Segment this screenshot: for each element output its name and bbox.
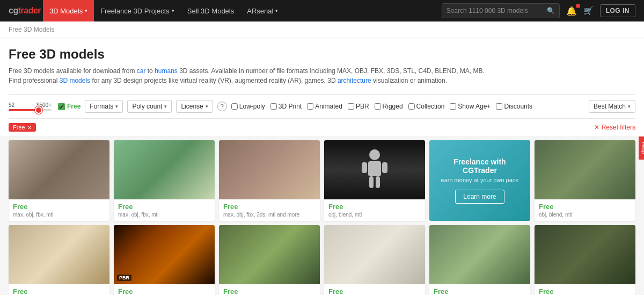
model-info-6: Free max, obj, fbx, mtl bbox=[9, 284, 109, 295]
model-info-11: Free max, obj, 3ds, mtl bbox=[535, 284, 635, 295]
model-card-6[interactable]: Free max, obj, fbx, mtl bbox=[9, 225, 109, 295]
model-card-10[interactable]: Free max, obj, fbx, mtl bbox=[429, 225, 530, 295]
model-card-11[interactable]: Free max, obj, 3ds, mtl bbox=[535, 225, 635, 295]
chevron-down-icon: ▾ bbox=[275, 8, 278, 13]
help-button[interactable]: ? bbox=[217, 102, 227, 111]
nav-label-sell: Sell 3D Models bbox=[187, 7, 234, 15]
free-filter-tag[interactable]: Free ✕ bbox=[9, 123, 36, 132]
formats-label: Formats bbox=[90, 103, 113, 110]
show-age-label: Show Age+ bbox=[458, 103, 491, 110]
3d-print-checkbox[interactable] bbox=[270, 103, 277, 110]
svg-point-0 bbox=[369, 149, 380, 160]
cart-icon[interactable]: 🛒 bbox=[583, 6, 594, 16]
formats-dropdown[interactable]: Formats ▾ bbox=[85, 100, 123, 113]
model-price-9: Free bbox=[328, 287, 421, 295]
price-slider[interactable] bbox=[9, 109, 52, 111]
notifications-icon[interactable]: 🔔 bbox=[566, 6, 577, 16]
link-3d-models[interactable]: 3D models bbox=[60, 77, 90, 84]
chevron-down-icon: ▾ bbox=[206, 104, 208, 109]
logo[interactable]: cgtrader bbox=[9, 6, 41, 16]
animated-filter[interactable]: Animated bbox=[307, 103, 342, 110]
license-dropdown[interactable]: License ▾ bbox=[176, 100, 213, 113]
banner-card[interactable]: Freelance with CGTrader earn money at yo… bbox=[429, 140, 530, 221]
reset-filters-button[interactable]: ✕ Reset filters bbox=[594, 124, 635, 131]
pbr-checkbox[interactable] bbox=[348, 103, 354, 110]
breadcrumb-text: Free 3D Models bbox=[9, 26, 54, 33]
model-card-7[interactable]: PBR Free obj, fbx, blend, tbscene, tbmat… bbox=[114, 225, 215, 295]
model-card-9[interactable]: Free obj, fbx, blend, mtl bbox=[324, 225, 425, 295]
svg-rect-2 bbox=[362, 162, 367, 173]
search-bar[interactable]: 🔍 bbox=[442, 3, 560, 18]
pbr-filter[interactable]: PBR bbox=[348, 103, 369, 110]
chevron-down-icon: ▾ bbox=[172, 8, 174, 13]
show-age-filter[interactable]: Show Age+ bbox=[450, 103, 491, 110]
chevron-down-icon: ▾ bbox=[164, 104, 167, 109]
nav-item-sell[interactable]: Sell 3D Models bbox=[181, 0, 240, 21]
model-image-9 bbox=[324, 225, 425, 284]
model-info-5: Free obj, blend, mtl bbox=[535, 199, 635, 221]
discounts-label: Discounts bbox=[504, 103, 532, 110]
model-info-10: Free max, obj, fbx, mtl bbox=[429, 284, 530, 295]
poly-count-dropdown[interactable]: Poly count ▾ bbox=[127, 100, 172, 113]
show-age-checkbox[interactable] bbox=[450, 103, 456, 110]
nav-item-3d-models[interactable]: 3D Models ▾ bbox=[43, 0, 94, 21]
free-checkbox[interactable] bbox=[58, 103, 65, 110]
model-card-3[interactable]: Free max, obj, fbx, 3ds, mtl and more bbox=[219, 140, 320, 221]
low-poly-filter[interactable]: Low-poly bbox=[231, 103, 265, 110]
reset-x-icon: ✕ bbox=[594, 124, 599, 131]
model-image-wrap-4 bbox=[324, 140, 425, 199]
rigged-checkbox[interactable] bbox=[375, 103, 381, 110]
collection-checkbox[interactable] bbox=[408, 103, 415, 110]
animated-checkbox[interactable] bbox=[307, 103, 313, 110]
range-thumb[interactable] bbox=[36, 107, 41, 113]
poly-count-label: Poly count bbox=[132, 103, 162, 110]
search-input[interactable] bbox=[442, 7, 543, 15]
page-description: Free 3D models available for download fr… bbox=[9, 66, 492, 85]
collection-filter[interactable]: Collection bbox=[408, 103, 445, 110]
model-formats-3: max, obj, fbx, 3ds, mtl and more bbox=[223, 212, 316, 218]
model-info-7: Free obj, fbx, blend, tbscene, tbmat and… bbox=[114, 284, 215, 295]
model-image-wrap-7: PBR bbox=[114, 225, 215, 284]
model-price-6: Free bbox=[13, 287, 105, 295]
free-filter[interactable]: Free bbox=[58, 103, 80, 110]
banner-learn-more-button[interactable]: Learn more bbox=[455, 190, 504, 204]
discounts-filter[interactable]: Discounts bbox=[496, 103, 532, 110]
model-image-1 bbox=[9, 140, 109, 199]
license-label: License bbox=[181, 103, 203, 110]
low-poly-label: Low-poly bbox=[239, 103, 265, 110]
login-button[interactable]: LOG IN bbox=[600, 4, 635, 17]
link-humans[interactable]: humans bbox=[155, 67, 178, 75]
price-range-filter[interactable]: $2 $500+ bbox=[9, 102, 52, 111]
model-image-wrap-6 bbox=[9, 225, 109, 284]
model-image-wrap-5 bbox=[535, 140, 635, 199]
navbar-icons: 🔔 🛒 LOG IN bbox=[566, 4, 635, 17]
model-price-2: Free bbox=[118, 203, 210, 211]
logo-trader: trader bbox=[18, 6, 41, 15]
nav-item-arsenal[interactable]: ARsenal ▾ bbox=[240, 0, 284, 21]
banner-title: Freelance with CGTrader bbox=[438, 157, 522, 175]
nav-item-freelance[interactable]: Freelance 3D Projects ▾ bbox=[94, 0, 181, 21]
remove-free-tag[interactable]: ✕ bbox=[27, 125, 32, 131]
pbr-label: PBR bbox=[356, 103, 369, 110]
discounts-checkbox[interactable] bbox=[496, 103, 502, 110]
rigged-filter[interactable]: Rigged bbox=[375, 103, 403, 110]
logo-cg: cg bbox=[9, 6, 18, 15]
chevron-down-icon: ▾ bbox=[115, 104, 118, 109]
search-icon[interactable]: 🔍 bbox=[543, 7, 559, 15]
model-formats-2: max, obj, fbx, mtl bbox=[118, 212, 210, 218]
price-min-label: $2 bbox=[9, 102, 14, 108]
sort-dropdown[interactable]: Best Match ▾ bbox=[589, 100, 635, 113]
model-card-2[interactable]: Free max, obj, fbx, mtl bbox=[114, 140, 215, 221]
3d-print-filter[interactable]: 3D Print bbox=[270, 103, 302, 110]
low-poly-checkbox[interactable] bbox=[231, 103, 238, 110]
model-image-2 bbox=[114, 140, 215, 199]
link-car[interactable]: car bbox=[137, 67, 146, 75]
model-card-4[interactable]: Free obj, blend, mtl bbox=[324, 140, 425, 221]
model-card-5[interactable]: Free obj, blend, mtl bbox=[535, 140, 635, 221]
model-info-2: Free max, obj, fbx, mtl bbox=[114, 199, 215, 221]
filter-bar: $2 $500+ Free Formats ▾ Poly count ▾ Lic… bbox=[9, 94, 635, 119]
model-card-8[interactable]: Free obj, fbx, 3ds, blend, dae and more bbox=[219, 225, 320, 295]
link-architecture[interactable]: architecture bbox=[338, 77, 371, 84]
model-card-1[interactable]: Free max, obj, fbx, mtl bbox=[9, 140, 109, 221]
help-tab[interactable]: Help bbox=[639, 136, 644, 159]
